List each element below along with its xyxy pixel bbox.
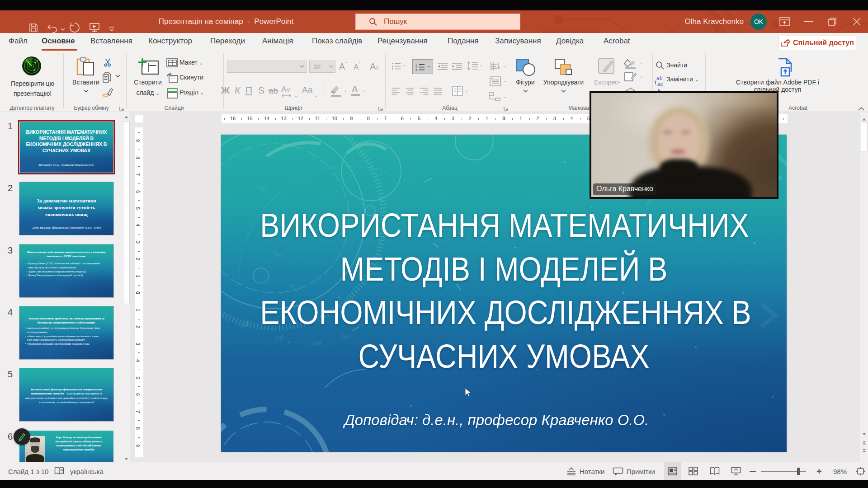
svg-text:ab: ab [656,75,663,81]
svg-text:150: 150 [256,183,268,193]
svg-text:x: x [37,59,38,62]
svg-text:3: 3 [415,69,417,71]
svg-text:ac: ac [657,81,663,87]
